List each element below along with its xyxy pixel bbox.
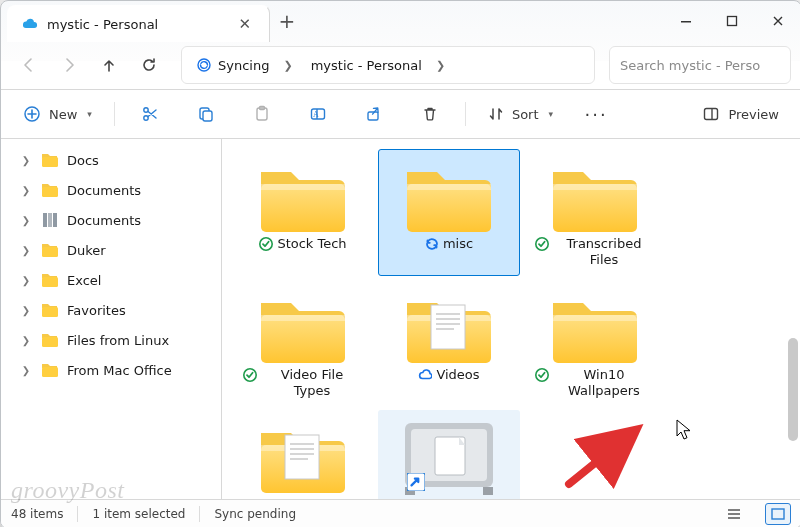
refresh-button[interactable]: [131, 47, 167, 83]
synced-status-icon: [535, 237, 549, 251]
folder-icon: [41, 151, 59, 169]
chevron-right-icon[interactable]: ❯: [19, 155, 33, 166]
folder-item[interactable]: misc: [378, 149, 520, 276]
tree-item[interactable]: ❯Documents: [3, 205, 219, 235]
separator: [465, 102, 466, 126]
tree-item[interactable]: ❯Duker: [3, 235, 219, 265]
tab-close-icon[interactable]: ✕: [238, 17, 251, 32]
body: ❯Docs❯Documents❯Documents❯Duker❯Excel❯Fa…: [1, 139, 800, 502]
onedrive-icon: [21, 15, 39, 33]
breadcrumb-label: Syncing: [218, 58, 269, 73]
content-pane[interactable]: Stock TechmiscTranscribed FilesVideo Fil…: [222, 139, 800, 502]
tree-item-label: From Mac Office: [67, 363, 172, 378]
tab-title: mystic - Personal: [47, 17, 158, 32]
back-button[interactable]: [11, 47, 47, 83]
chevron-right-icon[interactable]: ❯: [19, 305, 33, 316]
file-explorer-window: mystic - Personal ✕ + Syncing ❯ mystic -…: [0, 0, 800, 527]
tree-item-label: Excel: [67, 273, 101, 288]
overflow-button[interactable]: ···: [571, 97, 621, 131]
item-thumbnail: [255, 289, 351, 361]
status-bar: 48 items 1 item selected Sync pending: [1, 499, 800, 527]
breadcrumb-syncing[interactable]: Syncing ❯: [188, 47, 301, 83]
item-thumbnail: [401, 158, 497, 230]
tree-item-label: Documents: [67, 213, 141, 228]
new-button[interactable]: New ▾: [11, 97, 104, 131]
item-label: Transcribed Files: [553, 236, 655, 269]
tree-item[interactable]: ❯Excel: [3, 265, 219, 295]
tree-item-label: Duker: [67, 243, 106, 258]
scrollbar-thumb[interactable]: [788, 338, 798, 441]
sort-button-label: Sort: [512, 107, 539, 122]
sort-button[interactable]: Sort ▾: [476, 97, 565, 131]
tree-item-label: Favorites: [67, 303, 126, 318]
chevron-right-icon[interactable]: ❯: [19, 185, 33, 196]
item-label-row: misc: [425, 236, 473, 268]
up-button[interactable]: [91, 47, 127, 83]
status-sync: Sync pending: [214, 507, 296, 521]
folder-item[interactable]: Videos: [378, 280, 520, 407]
address-bar[interactable]: Syncing ❯ mystic - Personal ❯: [181, 46, 595, 84]
scrollbar[interactable]: [787, 149, 799, 492]
new-button-label: New: [49, 107, 77, 122]
folder-icon: [41, 181, 59, 199]
delete-button[interactable]: [405, 97, 455, 131]
item-label: Win10 Wallpapers: [553, 367, 655, 400]
folder-item[interactable]: Win10 Wallpapers: [524, 280, 666, 407]
tree-item[interactable]: ❯Favorites: [3, 295, 219, 325]
chevron-right-icon[interactable]: ❯: [19, 245, 33, 256]
tree-item[interactable]: ❯Files from Linux: [3, 325, 219, 355]
tree-item[interactable]: ❯From Mac Office: [3, 355, 219, 385]
tree-item-label: Files from Linux: [67, 333, 169, 348]
chevron-right-icon[interactable]: ❯: [19, 275, 33, 286]
folder-icon: [41, 241, 59, 259]
chevron-right-icon[interactable]: ❯: [19, 365, 33, 376]
search-input[interactable]: Search mystic - Perso: [609, 46, 791, 84]
separator: [199, 506, 200, 522]
folder-icon: [41, 361, 59, 379]
item-thumbnail: [547, 158, 643, 230]
minimize-button[interactable]: [663, 1, 709, 41]
close-button[interactable]: [755, 1, 800, 41]
preview-pane-button[interactable]: Preview: [690, 97, 791, 131]
thumbnails-view-button[interactable]: [765, 503, 791, 525]
separator: [114, 102, 115, 126]
chevron-right-icon[interactable]: ❯: [283, 59, 292, 72]
item-thumbnail: [255, 158, 351, 230]
folder-item[interactable]: Stock Tech: [232, 149, 374, 276]
details-view-button[interactable]: [721, 503, 747, 525]
cut-button[interactable]: [125, 97, 175, 131]
chevron-right-icon[interactable]: ❯: [436, 59, 445, 72]
separator: [77, 506, 78, 522]
folder-item[interactable]: Transcribed Files: [524, 149, 666, 276]
folder-item[interactable]: Word: [232, 410, 374, 502]
sync-icon: [196, 57, 212, 73]
folder-icon: [41, 301, 59, 319]
tree-item[interactable]: ❯Documents: [3, 175, 219, 205]
item-thumbnail: [401, 289, 497, 361]
item-label: misc: [443, 236, 473, 252]
chevron-right-icon[interactable]: ❯: [19, 215, 33, 226]
status-selection: 1 item selected: [92, 507, 185, 521]
breadcrumb-current[interactable]: mystic - Personal ❯: [303, 47, 453, 83]
rename-button[interactable]: A: [293, 97, 343, 131]
rename-icon: A: [309, 105, 327, 123]
new-tab-button[interactable]: +: [270, 1, 304, 41]
item-personal-vault[interactable]: Personal Vault: [378, 410, 520, 502]
share-button[interactable]: [349, 97, 399, 131]
nav-tree[interactable]: ❯Docs❯Documents❯Documents❯Duker❯Excel❯Fa…: [1, 139, 222, 502]
forward-button[interactable]: [51, 47, 87, 83]
clipboard-icon: [253, 105, 271, 123]
tree-item[interactable]: ❯Docs: [3, 145, 219, 175]
status-count: 48 items: [11, 507, 63, 521]
chevron-right-icon[interactable]: ❯: [19, 335, 33, 346]
breadcrumb-label: mystic - Personal: [311, 58, 422, 73]
syncing-status-icon: [425, 237, 439, 251]
window-tab[interactable]: mystic - Personal ✕: [7, 5, 270, 42]
copy-button[interactable]: [181, 97, 231, 131]
paste-button[interactable]: [237, 97, 287, 131]
item-thumbnail: [547, 289, 643, 361]
folder-item[interactable]: Video File Types: [232, 280, 374, 407]
maximize-button[interactable]: [709, 1, 755, 41]
preview-pane-icon: [702, 105, 720, 123]
item-label: Videos: [436, 367, 479, 383]
